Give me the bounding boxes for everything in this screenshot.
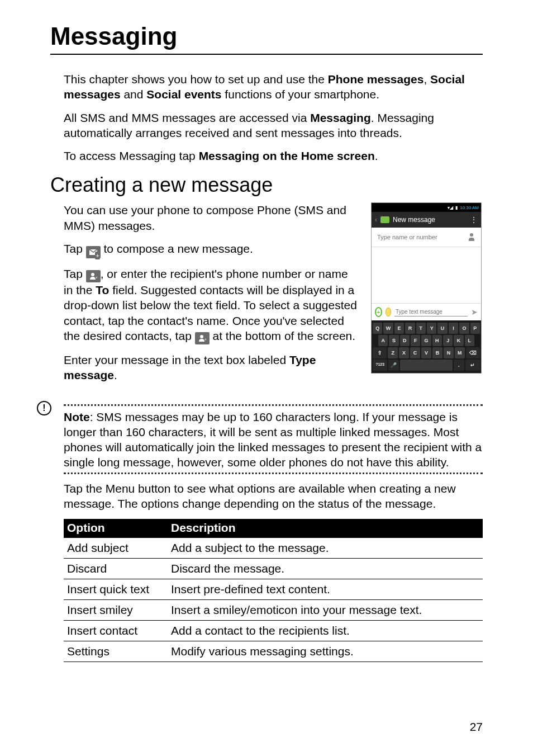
key: N <box>444 347 454 358</box>
key: B <box>432 347 442 358</box>
note-text: Note: SMS messages may be up to 160 char… <box>64 409 483 470</box>
mic-key: 🎤 <box>388 360 399 371</box>
text: To access Messaging tap <box>64 149 199 162</box>
phone-body <box>372 247 481 303</box>
key: Z <box>388 347 398 358</box>
note-top-rule <box>64 404 483 406</box>
key: H <box>432 335 442 346</box>
phone-keyboard: Q W E R T Y U I O P A S D <box>372 320 481 373</box>
back-icon: ‹ <box>375 216 377 224</box>
note-icon: ! <box>37 401 51 415</box>
table-cell-desc: Insert pre-defined text content. <box>168 579 483 600</box>
svg-point-1 <box>91 273 94 276</box>
intro-paragraph-2: All SMS and MMS messages are accessed vi… <box>64 110 483 141</box>
key: C <box>410 347 420 358</box>
section-paragraph-1: You can use your phone to compose Phone … <box>64 202 360 233</box>
text: and <box>121 88 147 101</box>
text: , <box>423 73 430 86</box>
key: L <box>465 335 474 346</box>
note-label: Note <box>64 410 90 423</box>
table-cell-option: Insert quick text <box>64 579 168 600</box>
text-bold: Messaging <box>310 111 371 124</box>
table-cell-option: Insert contact <box>64 621 168 641</box>
table-row: Insert quick textInsert pre-defined text… <box>64 579 483 600</box>
text: Tap <box>64 242 86 255</box>
shift-key: ⇧ <box>373 347 387 358</box>
table-cell-desc: Insert a smiley/emoticon into your messa… <box>168 600 483 621</box>
intro-paragraph-1: This chapter shows you how to set up and… <box>64 72 483 102</box>
chapter-title: Messaging <box>50 22 483 55</box>
emoji-icon <box>386 308 392 316</box>
period-key: . <box>454 360 464 371</box>
text: at the bottom of the screen. <box>210 329 356 342</box>
phone-message-input <box>394 308 468 316</box>
enter-key: ↵ <box>465 360 480 371</box>
text: to compose a new message. <box>101 242 253 255</box>
phone-header: ‹ New message ⋮ <box>372 212 481 228</box>
table-cell-option: Add subject <box>64 538 168 559</box>
table-cell-desc: Discard the message. <box>168 559 483 579</box>
key: V <box>421 347 431 358</box>
attach-icon: + <box>375 307 382 317</box>
text: All SMS and MMS messages are accessed vi… <box>64 111 310 124</box>
key: O <box>459 323 469 334</box>
text-bold: To <box>96 284 109 296</box>
key: P <box>470 323 480 334</box>
page-number: 27 <box>470 720 483 734</box>
table-row: Insert smileyInsert a smiley/emoticon in… <box>64 600 483 621</box>
table-row: SettingsModify various messaging setting… <box>64 641 483 662</box>
key: D <box>400 335 410 346</box>
section-heading: Creating a new message <box>50 173 483 197</box>
phone-to-input <box>376 233 469 241</box>
phone-time: 10:30 AM <box>460 205 479 210</box>
section-paragraph-3: Tap +, or enter the recipient's phone nu… <box>64 266 360 344</box>
after-note-paragraph: Tap the Menu button to see what options … <box>64 481 483 512</box>
key: G <box>421 335 431 346</box>
battery-icon: ▮ <box>455 205 458 210</box>
key: T <box>416 323 426 334</box>
text: This chapter shows you how to set up and… <box>64 73 328 86</box>
send-icon: ➤ <box>471 308 478 316</box>
table-cell-desc: Add a contact to the recipients list. <box>168 621 483 641</box>
table-header-option: Option <box>64 519 168 538</box>
table-cell-option: Discard <box>64 559 168 579</box>
messaging-icon <box>380 216 389 223</box>
kb-row-3: ⇧ Z X C V B N M ⌫ <box>373 347 480 358</box>
note-block: ! Note: SMS messages may be up to 160 ch… <box>50 404 483 474</box>
kb-row-1: Q W E R T Y U I O P <box>373 323 480 334</box>
key: R <box>405 323 415 334</box>
key: Q <box>373 323 382 334</box>
table-cell-option: Insert smiley <box>64 600 168 621</box>
phone-screenshot: ▾◢ ▮ 10:30 AM ‹ New message ⋮ + <box>371 202 482 374</box>
text: . <box>114 368 117 381</box>
key: I <box>449 323 458 334</box>
add-contact-icon: + <box>86 270 101 282</box>
svg-text:+: + <box>96 276 97 280</box>
text-bold: Social events <box>146 88 221 101</box>
key: K <box>454 335 463 346</box>
key: A <box>378 335 388 346</box>
phone-header-title: New message <box>393 216 435 224</box>
section-paragraph-4: Enter your message in the text box label… <box>64 352 360 383</box>
contact-picker-icon <box>469 233 477 241</box>
space-key <box>400 360 453 371</box>
svg-text:+: + <box>204 338 206 342</box>
compose-message-icon <box>86 246 101 258</box>
note-bottom-rule <box>64 472 483 474</box>
table-header-description: Description <box>168 519 483 538</box>
add-contact-icon: + <box>195 332 210 344</box>
key: E <box>394 323 404 334</box>
symbol-key: ?123 <box>373 360 387 371</box>
section-paragraph-2: Tap to compose a new message. <box>64 241 360 258</box>
text: Enter your message in the text box label… <box>64 353 289 366</box>
svg-point-3 <box>200 335 203 338</box>
table-row: Insert contactAdd a contact to the recip… <box>64 621 483 641</box>
phone-to-row <box>372 228 481 247</box>
key: M <box>455 347 465 358</box>
kb-row-2: A S D F G H J K L <box>373 335 480 346</box>
text: . <box>375 149 378 162</box>
text-bold: Messaging on the Home screen <box>199 149 375 162</box>
table-cell-desc: Modify various messaging settings. <box>168 641 483 662</box>
signal-icon: ▾◢ <box>448 205 453 210</box>
key: X <box>399 347 409 358</box>
